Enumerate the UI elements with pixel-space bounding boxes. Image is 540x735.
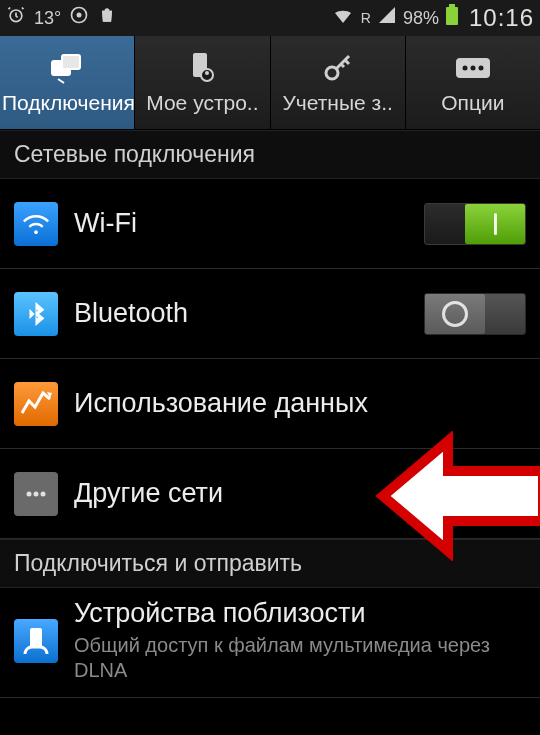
tab-label: Подключения [0,91,134,115]
svg-point-14 [478,65,483,70]
clock: 10:16 [469,4,534,32]
tab-connections[interactable]: Подключения [0,36,135,129]
app-icon-1 [69,5,89,31]
section-network-connections: Сетевые подключения [0,130,540,179]
bluetooth-icon [14,292,58,336]
svg-rect-4 [449,4,455,7]
tab-label: Опции [439,91,506,115]
svg-rect-3 [446,7,458,25]
row-more-networks[interactable]: Другие сети [0,449,540,539]
more-networks-icon [14,472,58,516]
alarm-icon [6,5,26,31]
svg-rect-18 [30,628,42,648]
shopping-bag-icon [97,5,117,31]
status-bar: 13° R 98% 10:16 [0,0,540,36]
bluetooth-toggle[interactable] [424,293,526,335]
row-label: Wi-Fi [74,208,424,239]
wifi-signal-icon [331,5,355,31]
svg-point-12 [462,65,467,70]
section-connect-send: Подключиться и отправить [0,539,540,588]
svg-rect-6 [62,55,80,69]
tab-label: Мое устро.. [144,91,260,115]
temperature: 13° [34,8,61,29]
tab-label: Учетные з.. [280,91,394,115]
svg-point-15 [27,491,32,496]
row-label: Bluetooth [74,298,424,329]
more-icon [454,51,492,85]
svg-point-2 [77,13,82,18]
tab-my-device[interactable]: Мое устро.. [135,36,270,129]
tab-accounts[interactable]: Учетные з.. [271,36,406,129]
row-wifi[interactable]: Wi-Fi [0,179,540,269]
row-label: Использование данных [74,388,526,419]
settings-tabs: Подключения Мое устро.. Учетные з.. Опци… [0,36,540,130]
row-nearby-devices[interactable]: Устройства поблизости Общий доступ к фай… [0,588,540,698]
svg-point-17 [41,491,46,496]
wifi-toggle[interactable] [424,203,526,245]
battery-percent: 98% [403,8,439,29]
wifi-icon [14,202,58,246]
connections-icon [48,51,86,85]
row-title: Устройства поблизости [74,598,526,629]
battery-icon [445,4,459,32]
roaming-indicator: R [361,10,371,26]
svg-point-16 [34,491,39,496]
row-label: Другие сети [74,478,526,509]
row-subtitle: Общий доступ к файлам мультимедиа через … [74,633,526,683]
nearby-devices-icon [14,619,58,663]
key-icon [321,51,355,85]
data-usage-icon [14,382,58,426]
cell-signal-icon [377,5,397,31]
row-data-usage[interactable]: Использование данных [0,359,540,449]
svg-point-13 [470,65,475,70]
tab-options[interactable]: Опции [406,36,540,129]
row-bluetooth[interactable]: Bluetooth [0,269,540,359]
device-icon [185,51,219,85]
svg-point-9 [205,71,209,75]
